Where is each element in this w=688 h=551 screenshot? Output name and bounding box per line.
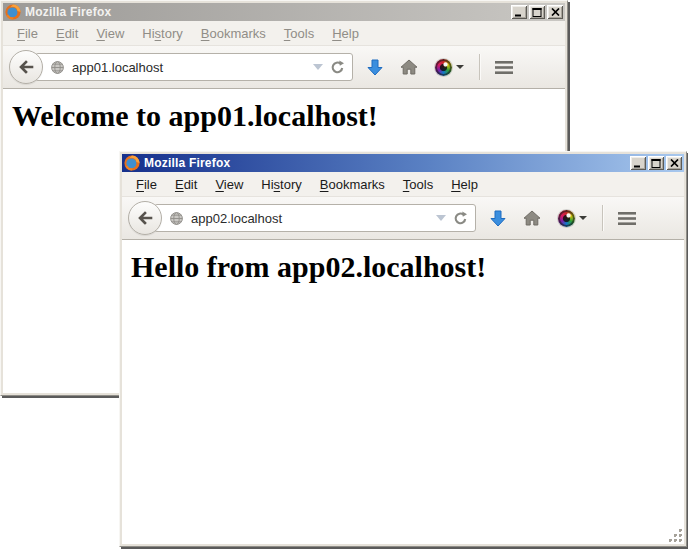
resize-grip[interactable] — [669, 529, 683, 543]
maximize-button[interactable] — [529, 5, 545, 19]
download-button[interactable] — [490, 210, 506, 227]
toolbar-buttons — [367, 54, 513, 80]
home-button[interactable] — [523, 210, 541, 226]
urlbar-dropdown-icon[interactable] — [436, 215, 446, 221]
menu-file[interactable]: File — [8, 24, 47, 43]
menu-bookmarks[interactable]: Bookmarks — [192, 24, 275, 43]
maximize-button[interactable] — [648, 156, 664, 170]
reload-button[interactable] — [330, 60, 345, 75]
menu-bookmarks[interactable]: Bookmarks — [311, 175, 394, 194]
toolbar-separator — [602, 205, 603, 231]
firefox-window-app02: Mozilla Firefox File Edit View History B… — [119, 151, 687, 547]
navigation-toolbar: app02.localhost — [122, 197, 684, 240]
globe-icon — [50, 60, 65, 75]
toolbar-separator — [479, 54, 480, 80]
addon-button[interactable] — [435, 59, 464, 76]
close-button[interactable] — [666, 156, 682, 170]
menu-bar: File Edit View History Bookmarks Tools H… — [3, 21, 565, 46]
minimize-button[interactable] — [511, 5, 527, 19]
menu-view[interactable]: View — [206, 175, 252, 194]
minimize-button[interactable] — [630, 156, 646, 170]
chevron-down-icon — [579, 216, 587, 220]
url-bar[interactable]: app02.localhost — [154, 204, 476, 232]
menu-edit[interactable]: Edit — [166, 175, 206, 194]
back-arrow-icon — [18, 60, 34, 74]
firefox-logo-icon — [5, 4, 21, 20]
addon-button[interactable] — [558, 210, 587, 227]
page-heading: Hello from app02.localhost! — [131, 250, 684, 284]
urlbar-dropdown-icon[interactable] — [313, 64, 323, 70]
firefox-logo-icon — [124, 155, 140, 171]
titlebar[interactable]: Mozilla Firefox — [3, 3, 565, 21]
url-text[interactable]: app02.localhost — [191, 211, 429, 226]
reload-button[interactable] — [453, 211, 468, 226]
hamburger-menu-button[interactable] — [618, 212, 636, 225]
back-button[interactable] — [128, 201, 162, 235]
menu-view[interactable]: View — [87, 24, 133, 43]
window-controls — [511, 5, 563, 19]
hamburger-menu-button[interactable] — [495, 61, 513, 74]
window-title: Mozilla Firefox — [143, 156, 627, 170]
titlebar[interactable]: Mozilla Firefox — [122, 154, 684, 172]
back-arrow-icon — [137, 211, 153, 225]
window-controls — [630, 156, 682, 170]
navigation-toolbar: app01.localhost — [3, 46, 565, 89]
chevron-down-icon — [456, 65, 464, 69]
toolbar-buttons — [490, 205, 636, 231]
page-heading: Welcome to app01.localhost! — [12, 99, 565, 133]
url-text[interactable]: app01.localhost — [72, 60, 306, 75]
menu-tools[interactable]: Tools — [275, 24, 323, 43]
color-wheel-icon — [435, 59, 452, 76]
url-bar[interactable]: app01.localhost — [35, 53, 353, 81]
home-button[interactable] — [400, 59, 418, 75]
menu-history[interactable]: History — [133, 24, 191, 43]
menu-edit[interactable]: Edit — [47, 24, 87, 43]
menu-help[interactable]: Help — [442, 175, 487, 194]
menu-help[interactable]: Help — [323, 24, 368, 43]
menu-tools[interactable]: Tools — [394, 175, 442, 194]
page-content: Hello from app02.localhost! — [122, 240, 684, 544]
menu-file[interactable]: File — [127, 175, 166, 194]
color-wheel-icon — [558, 210, 575, 227]
back-button[interactable] — [9, 50, 43, 84]
globe-icon — [169, 211, 184, 226]
close-button[interactable] — [547, 5, 563, 19]
menu-history[interactable]: History — [252, 175, 310, 194]
window-title: Mozilla Firefox — [24, 5, 508, 19]
download-button[interactable] — [367, 59, 383, 76]
menu-bar: File Edit View History Bookmarks Tools H… — [122, 172, 684, 197]
